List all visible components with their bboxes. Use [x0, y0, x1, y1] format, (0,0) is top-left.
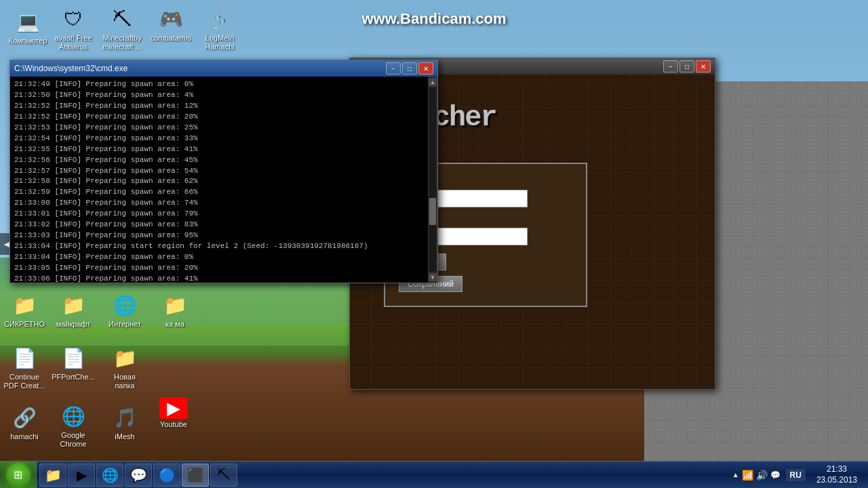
computer-icon: 💻	[14, 8, 41, 35]
desktop-icon-minecraft[interactable]: ⛏ Minecraftby minecraft ...	[98, 3, 146, 54]
cmd-window-controls: − □ ✕	[386, 62, 433, 75]
internet-icon: 🌐	[111, 291, 138, 319]
cmd-line-5: 21:32:53 [INFO] Preparing spawn area: 25…	[14, 123, 424, 134]
desktop-icon-avast[interactable]: 🛡 avast! Free Antivirus	[49, 3, 98, 54]
cmd-line-17: 21:33:04 [INFO] Preparing spawn area: 0%	[14, 252, 424, 263]
taskbar-media[interactable]: ▶	[68, 464, 95, 487]
chrome-icon-desk: 🌐	[60, 403, 87, 430]
cmd-line-11: 21:32:59 [INFO] Preparing spawn area: 66…	[14, 187, 424, 198]
scroll-down-arrow[interactable]: ▼	[429, 273, 437, 281]
cmd-title: C:\Windows\system32\cmd.exe	[14, 64, 127, 73]
hamachi-icon-desk: 🔗	[11, 404, 38, 431]
cmd-line-4: 21:32:52 [INFO] Preparing spawn area: 20…	[14, 112, 424, 123]
cmd-scrollbar[interactable]: ▲ ▼	[428, 77, 437, 283]
tray-msg: 💬	[770, 470, 781, 480]
cmd-line-10: 21:32:58 [INFO] Preparing spawn area: 62…	[14, 176, 424, 187]
youtube-icon-desk: ▶	[159, 397, 188, 419]
avast-label: avast! Free Antivirus	[52, 34, 95, 52]
taskbar-skype[interactable]: 💬	[125, 464, 152, 487]
youtube-label-desk: Youtube	[160, 420, 187, 429]
launcher-window-controls: − □ ✕	[663, 60, 711, 73]
minecraft-label: Minecraftby minecraft ...	[100, 34, 144, 52]
desktop-icon-new-folder[interactable]: 📁 Новая папка	[100, 342, 149, 393]
launcher-maximize-button[interactable]: □	[679, 60, 694, 73]
cmd-line-13: 21:33:01 [INFO] Preparing spawn area: 79…	[14, 209, 424, 220]
cmd-line-16: 21:33:04 [INFO] Preparing start region f…	[14, 241, 424, 252]
combatarms-label: combatarms	[151, 34, 192, 43]
cmd-line-6: 21:32:54 [INFO] Preparing spawn area: 33…	[14, 134, 424, 144]
system-clock[interactable]: 21:33 23.05.2013	[811, 464, 863, 485]
cmd-line-1: 21:32:49 [INFO] Preparing spawn area: 0%	[14, 79, 424, 90]
cmd-titlebar[interactable]: C:\Windows\system32\cmd.exe − □ ✕	[10, 60, 437, 77]
cmd-line-3: 21:32:52 [INFO] Preparing spawn area: 12…	[14, 101, 424, 112]
start-button[interactable]: ⊞	[0, 462, 37, 489]
ka-label: ка ма	[165, 320, 184, 329]
continue-label: Continue PDF Creat...	[3, 373, 46, 390]
desktop-icon-logmein[interactable]: 🔗 LogMeIn Hamachi	[195, 3, 244, 54]
tray-arrow[interactable]: ▲	[732, 471, 739, 479]
cmd-close-button[interactable]: ✕	[418, 62, 433, 75]
sikretno-icon: 📁	[11, 291, 38, 319]
tray-network: 📶	[742, 470, 753, 481]
cmd-content: 21:32:49 [INFO] Preparing spawn area: 0%…	[10, 77, 437, 283]
sikretno-label: СИКРЕТНО	[4, 320, 45, 329]
scroll-up-arrow[interactable]: ▲	[429, 78, 437, 86]
desktop-icon-combatarms[interactable]: 🎮 combatarms	[146, 3, 195, 45]
maykraft-label: майкрафт	[56, 320, 91, 329]
desktop-icon-computer[interactable]: 💻 Компьютер	[3, 5, 52, 48]
desktop-icon-sikretno[interactable]: 📁 СИКРЕТНО	[0, 289, 49, 331]
launcher-minimize-button[interactable]: −	[663, 60, 678, 73]
taskbar-apps: 📁 ▶ 🌐 💬 🔵 ⬛ ⛏	[39, 462, 727, 488]
language-indicator[interactable]: RU	[786, 469, 806, 481]
desktop-icon-imesh[interactable]: 🎵 iMesh	[100, 401, 149, 444]
desktop-icon-internet[interactable]: 🌐 Интернет	[100, 289, 149, 331]
desktop-icon-google-chrome[interactable]: 🌐 Google Chrome	[49, 400, 98, 451]
ka-icon: 📁	[161, 291, 189, 319]
desktop-icon-continue[interactable]: 📄 Continue PDF Creat...	[0, 342, 49, 393]
scroll-thumb[interactable]	[429, 198, 436, 225]
internet-label: Интернет	[108, 320, 141, 329]
scroll-track[interactable]	[429, 87, 436, 272]
taskbar-right: ▲ 📶 🔊 💬 RU 21:33 23.05.2013	[727, 462, 868, 488]
taskbar-cmd-active[interactable]: ⬛	[182, 464, 209, 487]
taskbar-explorer[interactable]: 📁	[39, 464, 66, 487]
cmd-line-14: 21:33:02 [INFO] Preparing spawn area: 83…	[14, 220, 424, 230]
minecraft-icon: ⛏	[108, 5, 136, 33]
maykraft-icon: 📁	[60, 291, 87, 319]
taskbar-some1[interactable]: 🔵	[153, 464, 180, 487]
bandicam-watermark: www.Bandicam.com	[361, 10, 506, 28]
cmd-text-area[interactable]: 21:32:49 [INFO] Preparing spawn area: 0%…	[10, 77, 428, 283]
taskbar-minecraft-active[interactable]: ⛏	[210, 464, 237, 487]
taskbar-ie[interactable]: 🌐	[96, 464, 123, 487]
chrome-label-desk: Google Chrome	[52, 431, 95, 449]
avast-icon: 🛡	[60, 5, 87, 33]
windows-logo: ⊞	[14, 468, 22, 481]
cmd-line-2: 21:32:50 [INFO] Preparing spawn area: 4%	[14, 90, 424, 101]
cmd-line-15: 21:33:03 [INFO] Preparing spawn area: 95…	[14, 230, 424, 241]
tray-volume[interactable]: 🔊	[756, 470, 768, 481]
continue-icon: 📄	[11, 344, 38, 371]
hamachi-label-desk: hamachi	[10, 432, 39, 441]
cmd-line-12: 21:33:00 [INFO] Preparing spawn area: 74…	[14, 198, 424, 209]
new-folder-label: Новая папка	[103, 373, 146, 390]
combatarms-icon: 🎮	[157, 5, 184, 33]
clock-date: 23.05.2013	[816, 475, 857, 486]
desktop-icon-youtube[interactable]: ▶ Youtube	[149, 394, 198, 432]
cmd-maximize-button[interactable]: □	[402, 62, 417, 75]
desktop-icon-maykraft[interactable]: 📁 майкрафт	[49, 289, 98, 331]
cmd-minimize-button[interactable]: −	[386, 62, 401, 75]
pfport-label: PFPortChe...	[52, 373, 95, 382]
start-orb: ⊞	[6, 463, 31, 487]
cmd-line-8: 21:32:56 [INFO] Preparing spawn area: 45…	[14, 155, 424, 166]
taskbar: ⊞ 📁 ▶ 🌐 💬 🔵 ⬛ ⛏ ▲ 📶 🔊 💬 RU 21:33 23.05.2…	[0, 461, 868, 488]
clock-time: 21:33	[816, 464, 857, 475]
desktop-icon-hamachi[interactable]: 🔗 hamachi	[0, 401, 49, 444]
launcher-close-button[interactable]: ✕	[696, 60, 711, 73]
cmd-line-9: 21:32:57 [INFO] Preparing spawn area: 54…	[14, 166, 424, 177]
desktop-icon-pfport[interactable]: 📄 PFPortChe...	[49, 342, 98, 384]
desktop: www.Bandicam.com ◄ 💻 Компьютер 🛡 avast! …	[0, 0, 868, 488]
new-folder-icon: 📁	[111, 344, 138, 371]
desktop-icon-ka[interactable]: 📁 ка ма	[151, 289, 199, 331]
imesh-label-desk: iMesh	[115, 432, 134, 441]
cmd-line-7: 21:32:55 [INFO] Preparing spawn area: 41…	[14, 144, 424, 155]
